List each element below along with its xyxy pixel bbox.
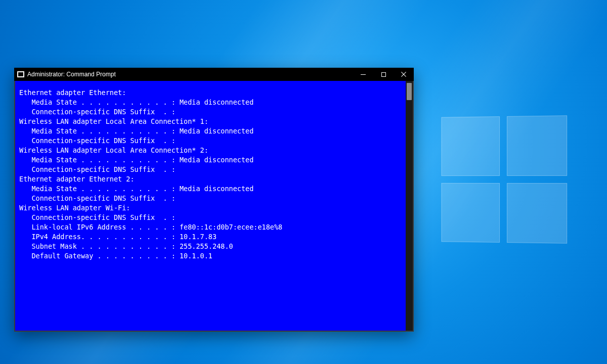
terminal-line: Ethernet adapter Ethernet:	[19, 88, 402, 98]
close-icon	[401, 72, 407, 77]
maximize-button[interactable]	[373, 68, 394, 81]
terminal-line: Media State . . . . . . . . . . . : Medi…	[19, 98, 402, 107]
windows-logo-icon	[441, 115, 567, 244]
terminal-line: Connection-specific DNS Suffix . :	[19, 136, 402, 146]
terminal-line: Connection-specific DNS Suffix . :	[19, 194, 402, 203]
terminal-line: Link-local IPv6 Address . . . . . : fe80…	[19, 222, 402, 232]
close-button[interactable]	[394, 68, 414, 81]
scrollbar-thumb[interactable]	[407, 83, 412, 100]
scrollbar-track[interactable]	[406, 81, 413, 331]
maximize-icon	[381, 72, 386, 77]
terminal-line: IPv4 Address. . . . . . . . . . . : 10.1…	[19, 232, 402, 242]
terminal-line: Wireless LAN adapter Wi-Fi:	[19, 203, 402, 213]
terminal-line: Ethernet adapter Ethernet 2:	[19, 174, 402, 184]
terminal-line: Connection-specific DNS Suffix . :	[19, 213, 402, 222]
window-title: Administrator: Command Prompt	[27, 71, 116, 78]
terminal-line: Connection-specific DNS Suffix . :	[19, 165, 402, 174]
minimize-button[interactable]	[353, 68, 373, 81]
terminal-line: Media State . . . . . . . . . . . : Medi…	[19, 155, 402, 165]
terminal-line: Wireless LAN adapter Local Area Connecti…	[19, 117, 402, 126]
command-prompt-window: Administrator: Command Prompt Ethernet a…	[14, 68, 414, 332]
terminal-line: Connection-specific DNS Suffix . :	[19, 107, 402, 117]
terminal-line: Default Gateway . . . . . . . . . : 10.1…	[19, 251, 402, 261]
terminal-line: Media State . . . . . . . . . . . : Medi…	[19, 126, 402, 136]
terminal-line: Media State . . . . . . . . . . . : Medi…	[19, 184, 402, 194]
terminal-output[interactable]: Ethernet adapter Ethernet: Media State .…	[15, 81, 406, 331]
titlebar[interactable]: Administrator: Command Prompt	[14, 68, 414, 81]
terminal-area[interactable]: Ethernet adapter Ethernet: Media State .…	[14, 81, 414, 332]
cmd-icon	[17, 71, 24, 77]
terminal-line: Wireless LAN adapter Local Area Connecti…	[19, 146, 402, 155]
terminal-line: Subnet Mask . . . . . . . . . . . : 255.…	[19, 242, 402, 251]
desktop-wallpaper: Administrator: Command Prompt Ethernet a…	[0, 0, 607, 364]
minimize-icon	[361, 74, 366, 75]
